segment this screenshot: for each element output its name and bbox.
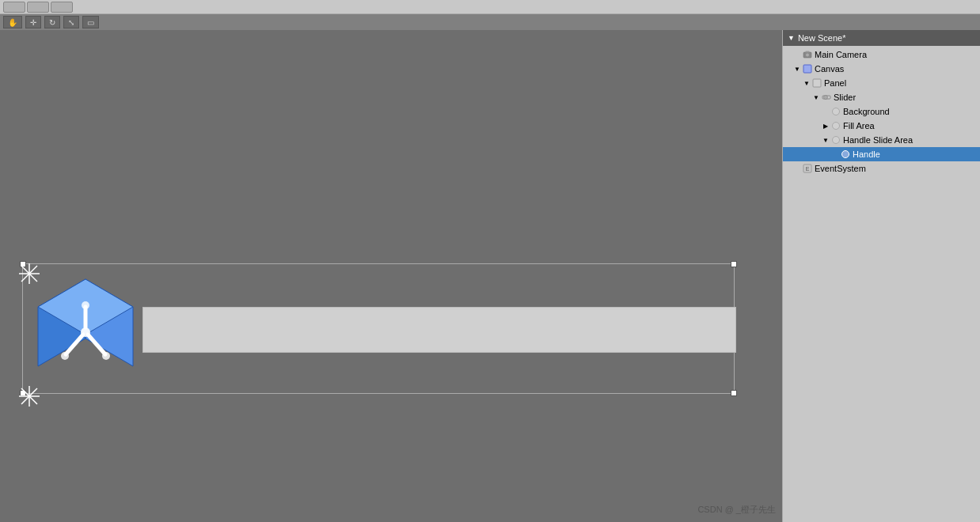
tool-move[interactable]: ✛: [25, 16, 41, 28]
slider-background-rect: [142, 307, 736, 353]
hierarchy-title: New Scene*: [798, 33, 846, 43]
menu-edit[interactable]: [27, 2, 49, 13]
tree-arrow-slider[interactable]: [811, 93, 821, 102]
tree-label-handle-slide-area: Handle Slide Area: [843, 135, 913, 145]
tree-arrow-handle: [830, 149, 840, 159]
scene-view[interactable]: CSDN @ _橙子先生: [0, 30, 782, 522]
svg-point-19: [806, 54, 809, 57]
tree-item-main-camera[interactable]: Main Camera: [783, 47, 980, 62]
tree-item-canvas[interactable]: Canvas: [783, 62, 980, 76]
tool-rect[interactable]: ▭: [82, 16, 99, 28]
svg-point-15: [82, 301, 89, 309]
tree-icon-handle: [840, 149, 851, 160]
scene-toolbar: ✋ ✛ ↻ ⤡ ▭: [0, 14, 980, 30]
svg-rect-20: [806, 51, 810, 53]
svg-point-28: [842, 151, 849, 158]
tree-icon-fill-area: [830, 120, 841, 131]
tree-label-panel: Panel: [824, 78, 846, 88]
top-menu-bar: [0, 0, 980, 14]
tree-arrow-event-system: [792, 164, 802, 173]
tree-item-event-system[interactable]: EEventSystem: [783, 161, 980, 176]
tree-icon-panel: [811, 78, 822, 89]
tree-arrow-handle-slide-area[interactable]: [821, 135, 830, 145]
menu-assets[interactable]: [51, 2, 73, 13]
tree-arrow-background: [821, 107, 830, 116]
tree-item-handle-slide-area[interactable]: Handle Slide Area: [783, 133, 980, 147]
svg-rect-22: [813, 79, 821, 87]
tool-hand[interactable]: ✋: [3, 16, 22, 28]
tree-arrow-panel[interactable]: [802, 78, 811, 88]
tree-arrow-main-camera: [792, 50, 802, 59]
tree-icon-canvas: [802, 63, 813, 74]
tree-icon-background: [830, 106, 841, 117]
watermark: CSDN @ _橙子先生: [697, 504, 776, 516]
hierarchy-arrow: ▼: [788, 34, 795, 42]
svg-point-27: [833, 137, 840, 144]
tree-arrow-canvas[interactable]: [792, 64, 802, 74]
svg-point-24: [824, 96, 828, 100]
svg-point-25: [833, 108, 840, 115]
main-content: CSDN @ _橙子先生 ▼ New Scene* Main CameraCan…: [0, 30, 980, 522]
hierarchy-header: ▼ New Scene*: [783, 30, 980, 46]
tree-icon-handle-slide-area: [830, 134, 841, 146]
tree-item-background[interactable]: Background: [783, 104, 980, 119]
tree-label-fill-area: Fill Area: [843, 121, 875, 130]
tree-item-handle[interactable]: Handle: [783, 147, 980, 161]
handle-tr[interactable]: [731, 261, 737, 267]
cube-3d: [22, 263, 149, 394]
tree-item-panel[interactable]: Panel: [783, 76, 980, 90]
tool-scale[interactable]: ⤡: [63, 16, 79, 28]
tree-label-main-camera: Main Camera: [815, 50, 867, 59]
hierarchy-content: Main CameraCanvasPanelSliderBackgroundFi…: [783, 46, 980, 522]
svg-point-17: [102, 352, 110, 360]
handle-br[interactable]: [731, 390, 737, 396]
tree-arrow-fill-area[interactable]: [821, 121, 830, 130]
tree-icon-event-system: E: [802, 163, 813, 174]
hierarchy-panel: ▼ New Scene* Main CameraCanvasPanelSlide…: [782, 30, 980, 522]
svg-rect-21: [803, 65, 811, 73]
tree-icon-main-camera: [802, 49, 813, 60]
menu-file[interactable]: [3, 2, 25, 13]
tree-icon-slider: [821, 92, 832, 103]
tree-label-slider: Slider: [834, 93, 856, 102]
tree-label-event-system: EventSystem: [815, 164, 866, 173]
tree-label-canvas: Canvas: [815, 64, 844, 74]
svg-text:E: E: [806, 166, 810, 172]
tree-item-fill-area[interactable]: Fill Area: [783, 119, 980, 133]
tree-item-slider[interactable]: Slider: [783, 90, 980, 104]
svg-point-26: [833, 123, 840, 130]
tree-label-background: Background: [843, 107, 890, 116]
tool-rotate[interactable]: ↻: [44, 16, 60, 28]
tree-label-handle: Handle: [853, 149, 880, 159]
svg-point-16: [61, 352, 69, 360]
